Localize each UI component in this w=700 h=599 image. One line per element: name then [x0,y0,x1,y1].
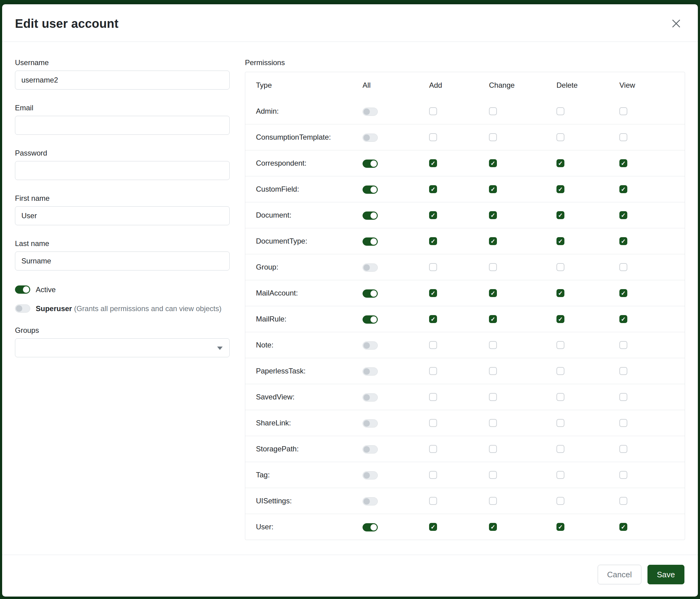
permissions-rows: Admin: ✓ ✓ ✓ ✓ ConsumptionTemplate: ✓ ✓ … [245,98,685,540]
permission-change-checkbox[interactable]: ✓ [489,419,497,427]
save-button[interactable]: Save [648,565,684,584]
close-button[interactable] [668,15,684,32]
password-input[interactable] [15,161,230,180]
permission-row: DocumentType: ✓ ✓ ✓ ✓ [245,228,685,254]
permission-change-checkbox[interactable]: ✓ [489,107,497,115]
permission-all-toggle[interactable] [362,289,378,298]
permission-add-checkbox[interactable]: ✓ [429,497,437,505]
permission-row: MailRule: ✓ ✓ ✓ ✓ [245,306,685,332]
superuser-toggle[interactable] [15,304,30,313]
permission-all-toggle[interactable] [362,263,378,272]
permission-all-toggle[interactable] [362,367,378,376]
permission-view-checkbox[interactable]: ✓ [619,185,627,193]
permission-delete-checkbox[interactable]: ✓ [556,367,565,375]
permission-change-checkbox[interactable]: ✓ [489,471,497,479]
permission-change-checkbox[interactable]: ✓ [489,185,497,193]
permission-all-toggle[interactable] [362,419,378,428]
active-toggle[interactable] [15,285,30,294]
permission-change-checkbox[interactable]: ✓ [489,523,497,531]
permission-delete-checkbox[interactable]: ✓ [556,289,565,297]
permission-change-checkbox[interactable]: ✓ [489,393,497,401]
permission-change-checkbox[interactable]: ✓ [489,341,497,349]
permission-add-checkbox[interactable]: ✓ [429,289,437,297]
permission-change-checkbox[interactable]: ✓ [489,315,497,323]
permission-view-checkbox[interactable]: ✓ [619,367,627,375]
cancel-button[interactable]: Cancel [598,565,641,584]
permission-delete-checkbox[interactable]: ✓ [556,341,565,349]
permission-view-checkbox[interactable]: ✓ [619,237,627,245]
permission-view-checkbox[interactable]: ✓ [619,497,627,505]
permission-add-checkbox[interactable]: ✓ [429,523,437,531]
permission-view-checkbox[interactable]: ✓ [619,159,627,167]
permission-view-checkbox[interactable]: ✓ [619,211,627,219]
permission-view-checkbox[interactable]: ✓ [619,523,627,531]
permission-delete-checkbox[interactable]: ✓ [556,393,565,401]
permission-delete-checkbox[interactable]: ✓ [556,237,565,245]
permission-delete-checkbox[interactable]: ✓ [556,419,565,427]
permission-all-toggle[interactable] [362,315,378,324]
permission-change-checkbox[interactable]: ✓ [489,289,497,297]
last-name-input[interactable] [15,251,230,270]
permission-all-toggle[interactable] [362,497,378,505]
permission-add-checkbox[interactable]: ✓ [429,159,437,167]
permission-add-checkbox[interactable]: ✓ [429,237,437,245]
permission-all-toggle[interactable] [362,107,378,116]
permission-delete-checkbox[interactable]: ✓ [556,107,565,115]
permission-add-checkbox[interactable]: ✓ [429,445,437,453]
permission-view-checkbox[interactable]: ✓ [619,315,627,323]
permission-delete-checkbox[interactable]: ✓ [556,185,565,193]
permission-delete-checkbox[interactable]: ✓ [556,133,565,141]
permission-delete-checkbox[interactable]: ✓ [556,315,565,323]
permission-delete-checkbox[interactable]: ✓ [556,497,565,505]
permission-all-toggle[interactable] [362,212,378,220]
permission-add-checkbox[interactable]: ✓ [429,341,437,349]
permission-all-toggle[interactable] [362,134,378,142]
permission-change-checkbox[interactable]: ✓ [489,211,497,219]
permission-add-checkbox[interactable]: ✓ [429,471,437,479]
permission-view-checkbox[interactable]: ✓ [619,133,627,141]
permission-change-checkbox[interactable]: ✓ [489,133,497,141]
permission-add-checkbox[interactable]: ✓ [429,185,437,193]
permission-add-checkbox[interactable]: ✓ [429,419,437,427]
permission-delete-checkbox[interactable]: ✓ [556,211,565,219]
permission-add-checkbox[interactable]: ✓ [429,107,437,115]
permission-view-checkbox[interactable]: ✓ [619,341,627,349]
groups-select[interactable] [15,338,230,357]
first-name-input[interactable] [15,206,230,225]
permission-all-toggle[interactable] [362,341,378,350]
permission-view-checkbox[interactable]: ✓ [619,393,627,401]
permission-view-checkbox[interactable]: ✓ [619,419,627,427]
permission-view-checkbox[interactable]: ✓ [619,471,627,479]
permission-view-checkbox[interactable]: ✓ [619,107,627,115]
permission-all-toggle[interactable] [362,186,378,194]
permission-delete-checkbox[interactable]: ✓ [556,523,565,531]
permission-view-checkbox[interactable]: ✓ [619,445,627,453]
permission-change-checkbox[interactable]: ✓ [489,237,497,245]
permission-change-checkbox[interactable]: ✓ [489,263,497,271]
permission-delete-checkbox[interactable]: ✓ [556,263,565,271]
permission-change-checkbox[interactable]: ✓ [489,159,497,167]
permission-all-toggle[interactable] [362,237,378,246]
permission-all-toggle[interactable] [362,523,378,531]
permission-change-checkbox[interactable]: ✓ [489,367,497,375]
email-input[interactable] [15,116,230,135]
permission-all-toggle[interactable] [362,471,378,480]
permission-add-checkbox[interactable]: ✓ [429,211,437,219]
permission-add-checkbox[interactable]: ✓ [429,367,437,375]
permission-add-checkbox[interactable]: ✓ [429,133,437,141]
permission-all-toggle[interactable] [362,393,378,402]
permission-all-toggle[interactable] [362,160,378,168]
permission-delete-checkbox[interactable]: ✓ [556,445,565,453]
username-input[interactable] [15,71,230,90]
permission-add-checkbox[interactable]: ✓ [429,315,437,323]
permission-view-checkbox[interactable]: ✓ [619,263,627,271]
permission-delete-checkbox[interactable]: ✓ [556,159,565,167]
permission-all-toggle[interactable] [362,445,378,454]
permission-view-checkbox[interactable]: ✓ [619,289,627,297]
permission-add-checkbox[interactable]: ✓ [429,263,437,271]
check-icon: ✓ [431,524,435,530]
permission-delete-checkbox[interactable]: ✓ [556,471,565,479]
permission-add-checkbox[interactable]: ✓ [429,393,437,401]
permission-change-checkbox[interactable]: ✓ [489,445,497,453]
permission-change-checkbox[interactable]: ✓ [489,497,497,505]
